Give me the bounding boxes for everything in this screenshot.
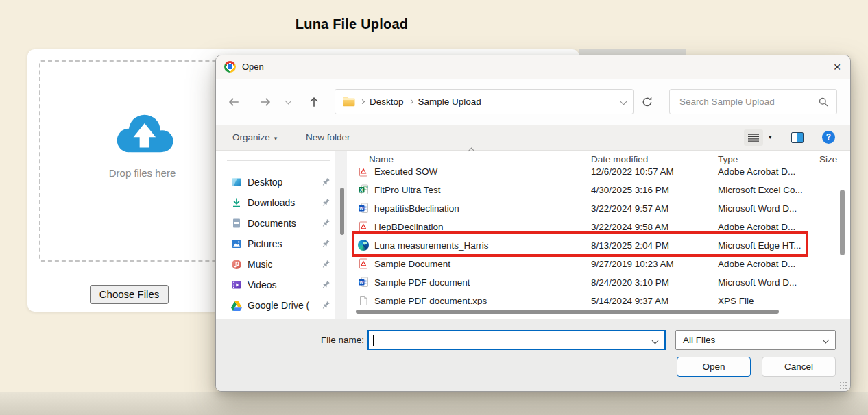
- choose-files-button[interactable]: Choose Files: [90, 285, 169, 304]
- xps-file-icon: [358, 295, 369, 305]
- pin-icon: [321, 177, 330, 187]
- pdf-file-icon: [358, 258, 369, 269]
- table-row[interactable]: Sample Document 9/27/2019 10:23 AM Adobe…: [347, 255, 835, 273]
- list-header: Name Date modified Type Size: [347, 151, 850, 168]
- file-name-label: File name:: [271, 330, 364, 350]
- word-file-icon: [358, 277, 369, 288]
- dialog-titlebar: Open ✕: [216, 55, 850, 79]
- dialog-title: Open: [242, 62, 264, 72]
- column-header-type[interactable]: Type: [718, 154, 738, 164]
- cloud-upload-icon: [110, 110, 173, 155]
- page-title: Luna File Upload: [249, 16, 455, 32]
- view-options-chevron-icon[interactable]: ▾: [769, 134, 772, 140]
- pin-icon: [321, 280, 330, 290]
- file-list: Name Date modified Type Size Executed SO…: [347, 151, 850, 319]
- table-row[interactable]: hepatitisBdeclination 3/22/2024 9:57 AM …: [347, 199, 835, 218]
- preview-pane-icon[interactable]: [791, 132, 804, 143]
- sidebar-scrollbar[interactable]: [335, 151, 347, 319]
- breadcrumb-sample-upload[interactable]: Sample Upload: [418, 97, 481, 107]
- pictures-icon: [231, 238, 242, 249]
- sidebar-item-downloads[interactable]: Downloads: [216, 192, 335, 213]
- refresh-icon[interactable]: [641, 96, 653, 108]
- search-box: [669, 89, 837, 114]
- pin-icon: [321, 260, 330, 269]
- pdf-file-icon: [358, 168, 369, 177]
- page-root: Luna File Upload Drop files here Choose …: [0, 0, 868, 415]
- horizontal-scrollbar-thumb[interactable]: [356, 310, 779, 314]
- dialog-toolbar: Organize▾ New folder ▾ ?: [216, 125, 850, 151]
- view-list-icon[interactable]: [744, 129, 763, 146]
- cancel-button[interactable]: Cancel: [762, 357, 836, 377]
- music-icon: [231, 259, 242, 270]
- column-divider[interactable]: [586, 153, 586, 166]
- chevron-down-icon: ▾: [274, 135, 278, 142]
- desktop-icon: [231, 177, 242, 188]
- folder-icon: [342, 97, 355, 107]
- help-icon[interactable]: ?: [822, 131, 835, 144]
- excel-file-icon: [358, 184, 369, 195]
- videos-icon: [231, 279, 242, 290]
- sidebar-item-videos[interactable]: Videos: [216, 275, 335, 295]
- pin-icon: [321, 301, 330, 310]
- pin-icon: [321, 239, 330, 249]
- file-type-select[interactable]: All Files: [675, 330, 836, 350]
- column-header-size[interactable]: Size: [819, 154, 837, 164]
- chevron-right-icon: [360, 99, 365, 104]
- sidebar-item-google-drive[interactable]: Google Drive (: [216, 295, 335, 316]
- sidebar-divider: [227, 160, 330, 161]
- open-button[interactable]: Open: [677, 357, 751, 377]
- address-dropdown-chevron-icon[interactable]: [620, 99, 627, 105]
- table-row[interactable]: Executed SOW 12/6/2022 10:57 AM Adobe Ac…: [347, 168, 835, 181]
- table-row[interactable]: FitPro Ultra Test 4/30/2025 3:16 PM Micr…: [347, 181, 835, 199]
- column-divider[interactable]: [712, 153, 712, 166]
- highlight-annotation: [352, 231, 808, 257]
- search-icon: [818, 97, 829, 108]
- chrome-icon: [224, 61, 236, 73]
- file-name-input[interactable]: [367, 330, 666, 350]
- chevron-down-icon: [823, 337, 830, 344]
- dropzone-text: Drop files here: [86, 167, 199, 179]
- column-header-name[interactable]: Name: [369, 154, 394, 164]
- recent-locations-chevron-icon[interactable]: [285, 98, 292, 105]
- dialog-content: Desktop Downloads Documents Pictures Mus: [216, 151, 850, 319]
- open-dialog: Open ✕ Desktop Sample Upload: [215, 55, 851, 392]
- breadcrumb-desktop[interactable]: Desktop: [370, 97, 404, 107]
- back-button[interactable]: [228, 96, 240, 108]
- google-drive-icon: [231, 301, 242, 312]
- sidebar-item-music[interactable]: Music: [216, 254, 335, 275]
- organize-menu[interactable]: Organize▾: [232, 125, 277, 150]
- close-icon[interactable]: ✕: [828, 60, 847, 75]
- documents-icon: [231, 218, 242, 229]
- forward-button[interactable]: [259, 96, 272, 108]
- chevron-right-icon: [408, 99, 413, 104]
- word-file-icon: [358, 203, 369, 214]
- vertical-scrollbar-thumb[interactable]: [840, 190, 845, 255]
- resize-grip[interactable]: [839, 381, 847, 389]
- dialog-footer: File name: All Files Open Cancel: [216, 319, 850, 392]
- up-button[interactable]: [308, 96, 320, 108]
- pin-icon: [321, 218, 330, 228]
- column-header-date[interactable]: Date modified: [591, 154, 648, 164]
- navigation-row: Desktop Sample Upload: [216, 79, 850, 125]
- search-input[interactable]: [670, 90, 836, 114]
- chevron-down-icon[interactable]: [652, 338, 659, 344]
- column-divider[interactable]: [817, 153, 817, 166]
- sidebar-scrollbar-thumb[interactable]: [340, 188, 344, 235]
- new-folder-button[interactable]: New folder: [306, 125, 350, 150]
- table-row[interactable]: Sample PDF document 8/24/2020 3:10 PM Mi…: [347, 273, 835, 292]
- table-row[interactable]: Sample PDF document.xps 5/14/2024 9:37 A…: [347, 292, 835, 305]
- page-bottom-band: [0, 392, 868, 415]
- sidebar-item-desktop[interactable]: Desktop: [216, 172, 335, 192]
- sidebar-item-pictures[interactable]: Pictures: [216, 234, 335, 254]
- text-caret: [373, 335, 374, 346]
- pin-icon: [321, 198, 330, 208]
- downloads-icon: [231, 197, 242, 208]
- breadcrumb[interactable]: Desktop Sample Upload: [335, 89, 634, 114]
- sidebar-item-documents[interactable]: Documents: [216, 213, 335, 234]
